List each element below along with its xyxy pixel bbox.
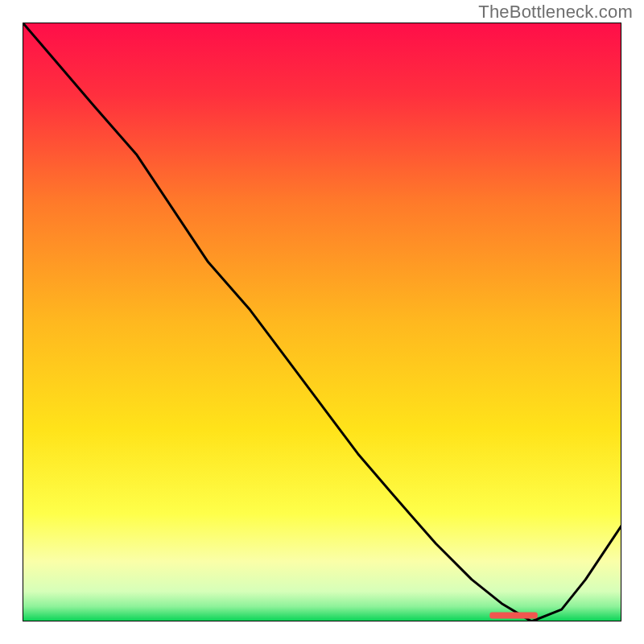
chart-container: TheBottleneck.com [0,0,644,644]
plot-background [23,23,621,621]
highlight-marker [489,613,538,619]
watermark-text: TheBottleneck.com [478,2,633,23]
bottleneck-chart [23,23,621,621]
